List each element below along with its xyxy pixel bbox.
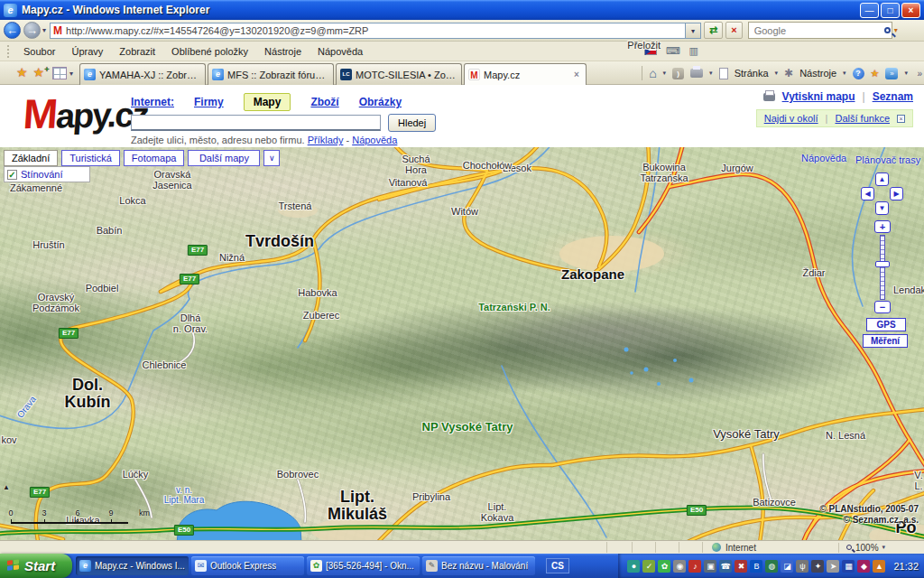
print-icon[interactable]: [690, 69, 703, 78]
layer-photo[interactable]: Fotomapa: [124, 150, 185, 166]
layer-more[interactable]: Další mapy: [188, 150, 260, 166]
route-planner-link[interactable]: Plánovač trasy: [855, 154, 920, 165]
menu-item-pravy[interactable]: Úpravy: [63, 44, 111, 59]
tools-dropdown-icon[interactable]: ▾: [843, 70, 846, 77]
rss-icon[interactable]: ): [672, 68, 684, 79]
menu-item-n-stroje[interactable]: Nástroje: [256, 44, 310, 59]
find-nearby-link[interactable]: Najdi v okolí: [764, 113, 818, 124]
zoom-in-button[interactable]: +: [874, 220, 891, 233]
seznam-link[interactable]: Seznam: [873, 90, 913, 103]
tray-icon[interactable]: ●: [627, 560, 640, 573]
menu-item-obl-ben-polo-ky[interactable]: Oblíbené položky: [163, 44, 256, 59]
favorites-edit-icon[interactable]: ★: [871, 68, 880, 79]
tray-icon[interactable]: ✿: [658, 560, 670, 573]
browser-tab-mfs-zobrazit-f-rum-mala[interactable]: eMFS :: Zobrazit fórum - Mala...: [208, 63, 334, 85]
taskbar-task-outlook-express[interactable]: ✉Outlook Express: [191, 556, 304, 575]
tray-icon[interactable]: ◆: [857, 560, 870, 573]
tray-icon[interactable]: ✦: [811, 560, 824, 573]
back-button[interactable]: ←: [4, 22, 21, 39]
search-options-icon[interactable]: ▾: [894, 26, 898, 34]
shading-label[interactable]: Stínování: [21, 169, 62, 180]
tools-menu[interactable]: Nástroje: [799, 68, 836, 79]
tray-icon[interactable]: ▣: [704, 560, 716, 573]
search-button[interactable]: Hledej: [388, 114, 436, 132]
tray-icon[interactable]: ◍: [765, 560, 778, 573]
zoom-dropdown-icon[interactable]: ▾: [882, 544, 886, 551]
layout-icon[interactable]: ▥: [689, 45, 698, 57]
home-icon[interactable]: ⌂: [649, 66, 656, 80]
pan-up-icon[interactable]: ▲: [875, 172, 889, 186]
print-map-link[interactable]: Vytiskni mapu: [782, 90, 855, 103]
taskbar-task-365-526-494-okn[interactable]: ✿[365-526-494] - Okn...: [307, 556, 420, 575]
history-dropdown-icon[interactable]: ▾: [42, 26, 46, 34]
tab-close-icon[interactable]: ×: [571, 70, 582, 79]
menu-item-n-pov-da[interactable]: Nápověda: [310, 44, 371, 59]
tray-icon[interactable]: ψ: [796, 560, 808, 573]
tray-icon[interactable]: ✓: [642, 560, 655, 573]
help-link[interactable]: Nápověda: [352, 135, 397, 145]
translate-button[interactable]: Přeložit: [627, 41, 661, 51]
keyboard-icon[interactable]: ⌨: [666, 45, 680, 57]
stop-button[interactable]: ×: [725, 22, 742, 39]
layer-tourist[interactable]: Turistická: [61, 150, 120, 166]
map-help-link[interactable]: Nápověda: [801, 153, 846, 163]
taskbar-task-mapy-cz-windows-i[interactable]: eMapy.cz - Windows I...: [76, 556, 189, 575]
tray-icon[interactable]: ☎: [719, 560, 732, 573]
home-dropdown-icon[interactable]: ▾: [663, 70, 667, 77]
tab-list-icon[interactable]: ▾: [69, 70, 73, 78]
tray-icon[interactable]: B: [750, 560, 762, 573]
layer-more-chevron-icon[interactable]: ∨: [263, 150, 280, 166]
taskbar-task-bez-n-zvu-malov-n[interactable]: ✎Bez názvu - Malování: [422, 556, 535, 575]
examples-link[interactable]: Příklady: [308, 135, 344, 145]
pan-left-icon[interactable]: ◀: [861, 187, 874, 200]
forward-button[interactable]: →: [23, 22, 41, 39]
layer-basic[interactable]: Základní: [4, 150, 58, 166]
add-favorite-icon[interactable]: ★: [33, 65, 50, 79]
tray-icon[interactable]: ➤: [827, 560, 839, 573]
gps-button[interactable]: GPS: [866, 318, 906, 331]
tray-icon[interactable]: ◉: [673, 560, 686, 573]
more-functions-link[interactable]: Další funkce: [835, 113, 890, 124]
help-icon[interactable]: ?: [853, 68, 864, 79]
nav-obr-zky[interactable]: Obrázky: [359, 96, 402, 108]
start-button[interactable]: Start: [0, 554, 72, 578]
tray-icon[interactable]: ✖: [735, 560, 747, 573]
language-indicator[interactable]: CS: [546, 558, 569, 573]
nav-internet[interactable]: Internet:: [131, 96, 174, 108]
tray-icon[interactable]: ◪: [781, 560, 793, 573]
map-viewport[interactable]: ZákamennéOravská JasenicaLokcaBabínHrušt…: [0, 147, 924, 540]
tray-icon[interactable]: ♪: [688, 560, 701, 573]
browser-tab-mapy-cz[interactable]: MMapy.cz×: [464, 63, 587, 85]
page-icon[interactable]: [719, 68, 728, 79]
pan-down-icon[interactable]: ▼: [875, 201, 889, 215]
browser-tab-yamaha-xj-zobrazit-t-ma[interactable]: eYAMAHA-XJ :: Zobrazit téma ...: [79, 63, 206, 85]
nav-zbo[interactable]: Zboží: [310, 96, 338, 108]
page-zoom-control[interactable]: 100% ▾: [838, 543, 924, 553]
minimize-button[interactable]: —: [860, 3, 879, 18]
favorites-icon[interactable]: ★: [16, 65, 28, 79]
page-menu[interactable]: Stránka: [735, 68, 769, 79]
gear-icon[interactable]: ✱: [784, 67, 793, 79]
restore-button[interactable]: □: [881, 3, 900, 18]
search-icon[interactable]: [884, 27, 891, 33]
pan-right-icon[interactable]: ▶: [890, 187, 903, 200]
tray-icon[interactable]: ▲: [873, 560, 885, 573]
close-button[interactable]: ×: [901, 3, 920, 18]
url-input[interactable]: [66, 25, 682, 36]
menu-item-soubor[interactable]: Soubor: [15, 44, 63, 59]
google-search-input[interactable]: [753, 24, 884, 37]
quick-tabs-icon[interactable]: [52, 67, 67, 79]
shading-checkbox[interactable]: ✓: [7, 170, 17, 180]
print-dropdown-icon[interactable]: ▾: [709, 70, 713, 77]
page-dropdown-icon[interactable]: ▾: [775, 70, 779, 77]
map-search-input[interactable]: [131, 115, 381, 131]
tray-icon[interactable]: ▦: [842, 560, 855, 573]
nav-firmy[interactable]: Firmy: [194, 96, 224, 108]
zoom-slider-handle[interactable]: [875, 261, 890, 267]
browser-tab-motc-silesia-zobrazit-akt[interactable]: LCMOTC-SILESIA • Zobrazit akt...: [336, 63, 462, 85]
share-dropdown-icon[interactable]: ▾: [904, 70, 908, 77]
zoom-out-button[interactable]: −: [874, 301, 891, 313]
refresh-button[interactable]: ⇄: [704, 22, 723, 39]
measure-button[interactable]: Měření: [863, 334, 908, 348]
share-icon[interactable]: »: [885, 68, 898, 79]
